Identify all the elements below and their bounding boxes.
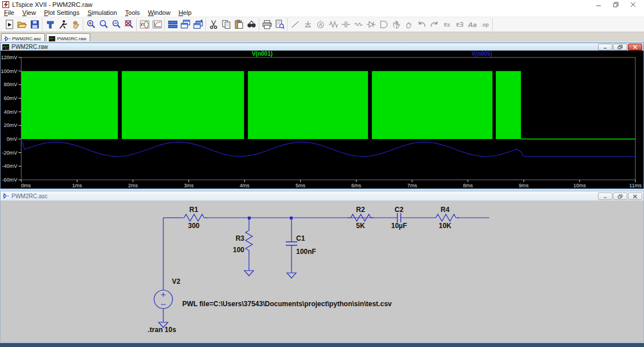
cascade-icon[interactable] (179, 18, 191, 31)
r4-value: 10K (439, 222, 451, 230)
schematic-canvas[interactable]: R1 300 R2 5K C2 10µF R4 10K R3 100 C1 10… (1, 201, 643, 342)
x-tick-label: 8ms (463, 183, 473, 188)
undo-icon (415, 18, 428, 31)
new-schematic-icon[interactable] (3, 18, 16, 31)
find-icon[interactable] (245, 18, 258, 31)
inductor-icon (352, 18, 365, 31)
cut-icon[interactable] (207, 18, 220, 31)
capacitor-icon (339, 18, 352, 31)
trace-v1-segment (496, 71, 521, 139)
r2-ref: R2 (356, 206, 365, 214)
waveform-icon (49, 36, 55, 41)
c1-value: 100nF (296, 248, 316, 256)
windows-icon[interactable] (191, 18, 204, 31)
c1-ref: C1 (296, 234, 305, 242)
restore-button[interactable] (607, 0, 624, 9)
x-tick-label: 1ms (72, 183, 83, 188)
halt-icon[interactable] (69, 18, 82, 31)
window-title: LTspice XVII - PWM2RC.raw (12, 1, 93, 8)
trace-v2 (21, 139, 635, 156)
plot-settings-icon[interactable] (151, 18, 163, 31)
wave-close-button[interactable] (628, 44, 642, 51)
wave-restore-button[interactable] (613, 44, 627, 51)
schematic-icon (2, 193, 9, 199)
diode-icon (365, 18, 377, 31)
mdi-area: PWM2RC.raw 120mV100mV80mV60mV40mV20mV0mV… (0, 41, 644, 347)
menu-file[interactable]: File (0, 9, 18, 17)
trace-v1-segment (372, 71, 493, 139)
menu-tools[interactable]: Tools (121, 9, 144, 17)
zoom-in-icon[interactable] (85, 18, 97, 31)
resistor-r1 (181, 214, 207, 221)
rotate-icon: E∃ (453, 18, 466, 31)
run-icon[interactable] (56, 18, 69, 31)
y-tick-label: -40mV (2, 163, 17, 169)
redo-icon (428, 18, 440, 31)
bottom-strip (0, 343, 644, 347)
trace-v1-segment (122, 71, 244, 139)
print-preview-icon[interactable] (273, 18, 286, 31)
svg-text:Eɛ: Eɛ (443, 21, 450, 28)
paste-icon[interactable] (232, 18, 245, 31)
schematic-window: PWM2RC.asc (0, 191, 644, 342)
tile-icon[interactable] (166, 18, 179, 31)
minimize-button[interactable] (590, 0, 607, 9)
zoom-back-icon[interactable] (97, 18, 110, 31)
label-net-icon: A (314, 18, 327, 31)
menu-plot-settings[interactable]: Plot Settings (40, 9, 83, 17)
menu-help[interactable]: Help (174, 9, 195, 17)
titlebar: LTspice XVII - PWM2RC.raw (0, 0, 644, 9)
save-icon[interactable] (28, 18, 41, 31)
r4-ref: R4 (440, 206, 450, 214)
schem-restore-button[interactable] (613, 192, 627, 200)
x-tick-label: 6ms (351, 183, 362, 188)
menu-window[interactable]: Window (144, 9, 174, 17)
schematic-window-titlebar[interactable]: PWM2RC.asc (1, 191, 643, 201)
c2-ref: C2 (394, 206, 404, 214)
ltspice-app: { "window": { "title": "LTspice XVII - P… (0, 0, 644, 347)
ground-r3 (244, 271, 254, 276)
ground-c1 (287, 273, 296, 278)
schematic-window-title: PWM2RC.asc (12, 193, 48, 199)
autorange-y-icon[interactable] (138, 18, 151, 31)
control-panel-icon[interactable] (44, 18, 56, 31)
legend-V(n001)[interactable]: V(n001) (252, 51, 273, 57)
mirror-icon: Eɛ (440, 18, 453, 31)
zoom-fit-icon[interactable] (122, 18, 135, 31)
r1-value: 300 (188, 222, 200, 230)
wave-minimize-button[interactable] (598, 44, 612, 51)
waveform-window-titlebar[interactable]: PWM2RC.raw (1, 43, 643, 51)
trace-v1-segment (21, 71, 118, 139)
open-icon[interactable] (16, 18, 28, 31)
svg-text:A: A (319, 22, 322, 28)
close-button[interactable] (624, 0, 642, 9)
x-tick-label: 9ms (519, 183, 529, 188)
y-tick-label: 0mV (6, 136, 17, 142)
zoom-out-icon[interactable] (110, 18, 122, 31)
x-tick-label: 4ms (240, 183, 250, 188)
schem-close-button[interactable] (628, 192, 642, 200)
move-icon (390, 18, 402, 31)
menu-simulation[interactable]: Simulation (83, 9, 121, 17)
svg-text:Aa: Aa (467, 21, 477, 28)
r1-ref: R1 (189, 206, 198, 214)
svg-text:E∃: E∃ (456, 21, 463, 28)
toolbar: AEɛE∃Aa.op (0, 17, 644, 32)
x-tick-label: 2ms (128, 183, 139, 188)
legend-V(n005)[interactable]: V(n005) (471, 51, 492, 57)
y-tick-label: 80mV (3, 82, 17, 87)
ltspice-logo-icon (2, 1, 9, 8)
print-icon[interactable] (260, 18, 273, 31)
y-tick-label: 60mV (3, 95, 17, 101)
v2-ref: V2 (172, 277, 181, 286)
resistor-r3 (246, 228, 252, 253)
schem-minimize-button[interactable] (598, 192, 612, 200)
x-tick-label: 5ms (296, 183, 306, 188)
copy-icon[interactable] (220, 18, 232, 31)
svg-text:.op: .op (481, 22, 489, 28)
drag-icon (402, 18, 415, 31)
waveform-plot-area[interactable]: 120mV100mV80mV60mV40mV20mV0mV-20mV-40mV-… (1, 51, 643, 188)
spice-directive-icon: .op (478, 18, 491, 31)
menu-view[interactable]: View (18, 9, 40, 17)
y-tick-label: 120mV (1, 55, 17, 60)
